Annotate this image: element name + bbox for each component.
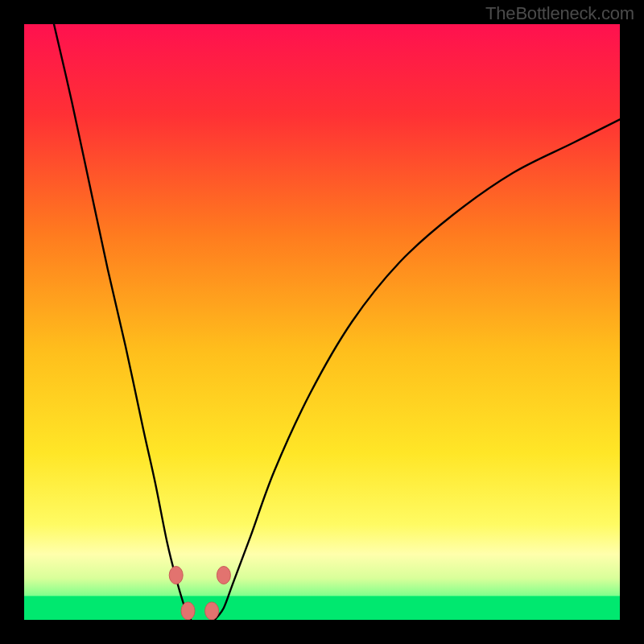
gradient-background <box>24 24 620 620</box>
ground-band <box>24 596 620 620</box>
marker-1 <box>217 567 230 584</box>
chart-frame: TheBottleneck.com <box>0 0 644 644</box>
plot-svg <box>24 24 620 620</box>
marker-2 <box>181 602 195 620</box>
marker-0 <box>169 567 183 584</box>
plot-area <box>24 24 620 620</box>
watermark-text: TheBottleneck.com <box>485 3 634 24</box>
marker-3 <box>205 602 219 620</box>
